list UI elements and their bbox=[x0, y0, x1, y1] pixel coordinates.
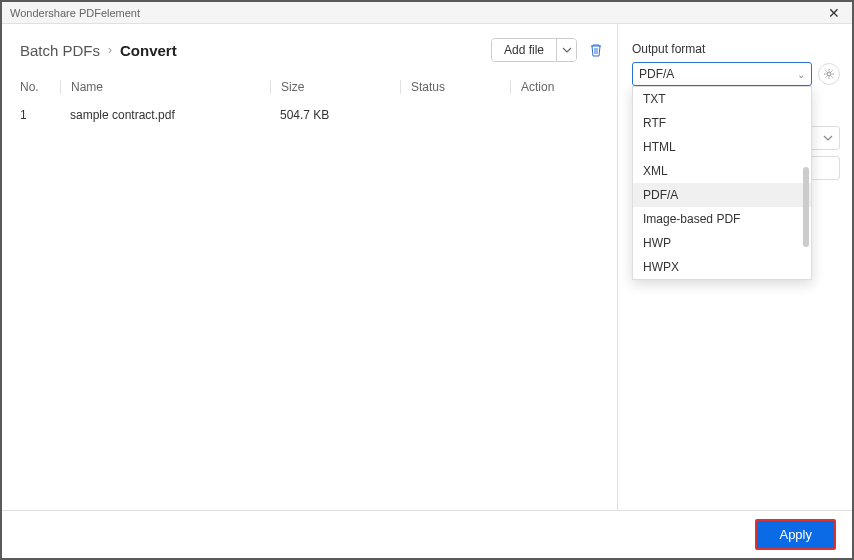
chevron-down-icon bbox=[562, 45, 572, 55]
gear-icon bbox=[823, 68, 835, 80]
trash-icon bbox=[588, 42, 604, 58]
dropdown-option[interactable]: PDF/A bbox=[633, 183, 811, 207]
dropdown-option[interactable]: HWP bbox=[633, 231, 811, 255]
output-format-value: PDF/A bbox=[639, 67, 674, 81]
dropdown-option[interactable]: HWPX bbox=[633, 255, 811, 279]
dropdown-option[interactable]: Image-based PDF bbox=[633, 207, 811, 231]
table-row[interactable]: 1 sample contract.pdf 504.7 KB bbox=[20, 101, 607, 129]
col-name-header: Name bbox=[60, 80, 270, 94]
breadcrumb: Batch PDFs › Convert bbox=[20, 42, 177, 59]
clear-all-button[interactable] bbox=[585, 39, 607, 61]
cell-status bbox=[400, 108, 510, 122]
cell-size: 504.7 KB bbox=[270, 108, 400, 122]
cell-action bbox=[510, 108, 607, 122]
dropdown-option[interactable]: TXT bbox=[633, 87, 811, 111]
breadcrumb-row: Batch PDFs › Convert Add file bbox=[20, 38, 607, 62]
svg-point-0 bbox=[827, 72, 831, 76]
output-format-dropdown: TXTRTFHTMLXMLPDF/AImage-based PDFHWPHWPX bbox=[632, 86, 812, 280]
col-no-header: No. bbox=[20, 80, 60, 94]
close-icon[interactable]: ✕ bbox=[824, 5, 844, 21]
cell-name: sample contract.pdf bbox=[60, 108, 270, 122]
add-file-group: Add file bbox=[491, 38, 577, 62]
scrollbar-thumb[interactable] bbox=[803, 167, 809, 247]
output-format-select[interactable]: PDF/A ⌄ bbox=[632, 62, 812, 86]
cell-no: 1 bbox=[20, 108, 60, 122]
chevron-right-icon: › bbox=[108, 43, 112, 57]
breadcrumb-current: Convert bbox=[120, 42, 177, 59]
dropdown-option[interactable]: RTF bbox=[633, 111, 811, 135]
chevron-down-icon bbox=[823, 133, 833, 143]
chevron-down-icon: ⌄ bbox=[797, 69, 805, 80]
add-file-dropdown[interactable] bbox=[556, 39, 576, 61]
titlebar: Wondershare PDFelement ✕ bbox=[2, 2, 852, 24]
col-size-header: Size bbox=[270, 80, 400, 94]
window-title: Wondershare PDFelement bbox=[10, 7, 824, 19]
footer: Apply bbox=[2, 510, 852, 558]
main-panel: Batch PDFs › Convert Add file bbox=[2, 24, 618, 510]
breadcrumb-root[interactable]: Batch PDFs bbox=[20, 42, 100, 59]
dropdown-option[interactable]: XML bbox=[633, 159, 811, 183]
col-status-header: Status bbox=[400, 80, 510, 94]
add-file-button[interactable]: Add file bbox=[492, 39, 556, 61]
table-header: No. Name Size Status Action bbox=[20, 74, 607, 101]
output-format-settings-button[interactable] bbox=[818, 63, 840, 85]
dropdown-option[interactable]: HTML bbox=[633, 135, 811, 159]
apply-button[interactable]: Apply bbox=[755, 519, 836, 550]
side-panel: Output format PDF/A ⌄ TXTRTFHTMLXMLPDF/A… bbox=[618, 24, 852, 510]
output-format-label: Output format bbox=[632, 42, 840, 56]
col-action-header: Action bbox=[510, 80, 607, 94]
